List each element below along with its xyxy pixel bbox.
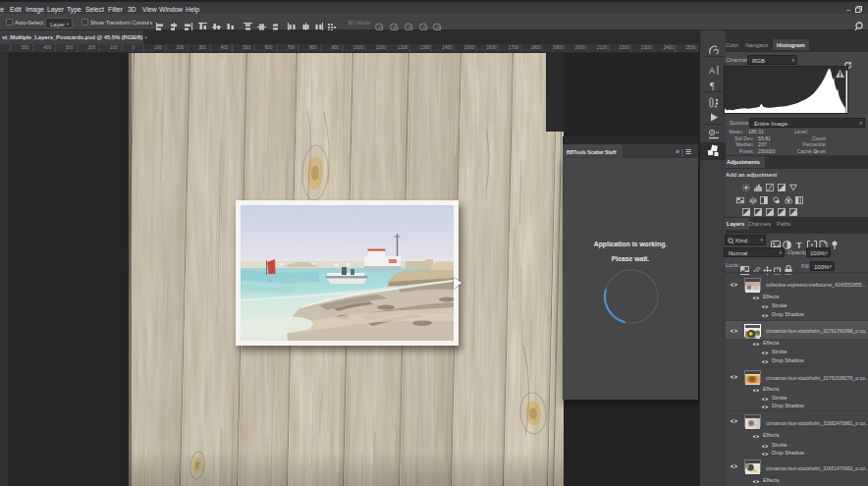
svg-text:¶: ¶ xyxy=(710,81,715,91)
svg-text:A: A xyxy=(709,66,715,76)
svg-text:T: T xyxy=(796,241,802,249)
